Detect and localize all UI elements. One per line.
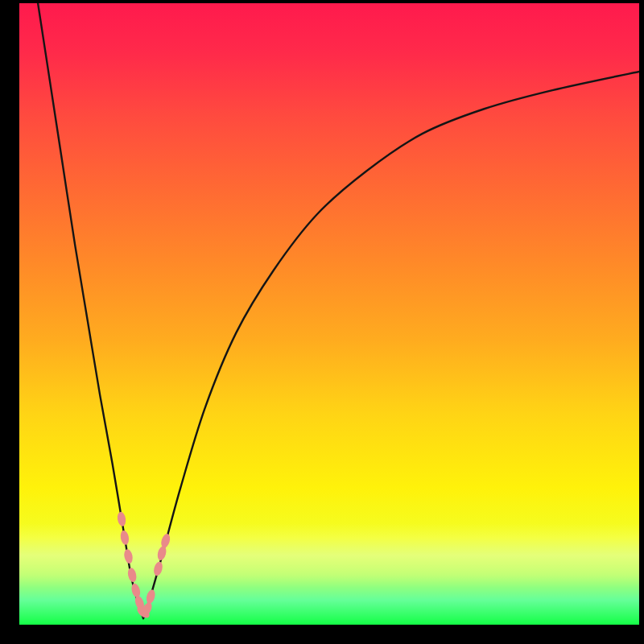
data-marker: [159, 533, 171, 549]
curve-svg: [19, 3, 639, 625]
chart-stage: TheBottlenecker.com: [0, 0, 644, 644]
data-marker: [145, 588, 156, 605]
data-markers: [117, 511, 171, 620]
data-marker: [126, 567, 138, 583]
bottleneck-curve: [38, 3, 639, 618]
data-marker: [156, 545, 167, 561]
data-marker: [117, 511, 127, 526]
data-marker: [130, 583, 142, 599]
plot-area: [19, 3, 639, 625]
data-marker: [123, 548, 134, 564]
data-marker: [152, 561, 163, 577]
data-marker: [119, 530, 130, 546]
